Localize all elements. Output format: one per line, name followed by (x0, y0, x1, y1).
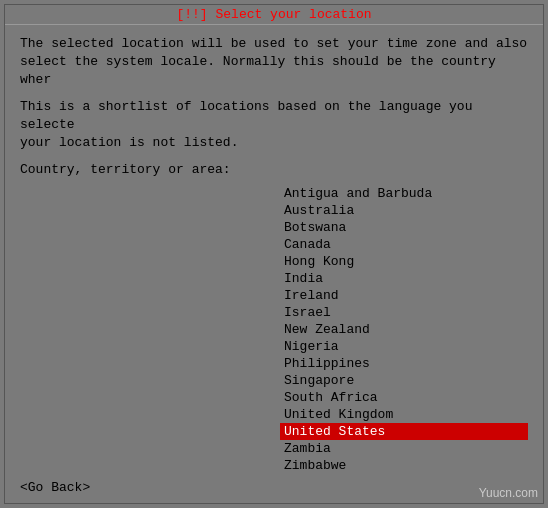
country-item[interactable]: United States (280, 423, 528, 440)
country-item[interactable]: India (280, 270, 528, 287)
footer: <Go Back> (5, 472, 543, 503)
shortlist-line1: This is a shortlist of locations based o… (20, 99, 472, 132)
country-item[interactable]: Canada (280, 236, 528, 253)
main-window: [!!] Select your location The selected l… (4, 4, 544, 504)
country-item[interactable]: Philippines (280, 355, 528, 372)
country-item[interactable]: Nigeria (280, 338, 528, 355)
country-item[interactable]: United Kingdom (280, 406, 528, 423)
shortlist-note: This is a shortlist of locations based o… (20, 98, 528, 153)
country-item[interactable]: Antigua and Barbuda (280, 185, 528, 202)
country-item[interactable]: Hong Kong (280, 253, 528, 270)
country-item[interactable]: South Africa (280, 389, 528, 406)
desc-line2: select the system locale. Normally this … (20, 54, 496, 87)
watermark: Yuucn.com (479, 486, 538, 500)
country-item[interactable]: Zambia (280, 440, 528, 457)
desc-line1: The selected location will be used to se… (20, 36, 527, 51)
country-list: Antigua and BarbudaAustraliaBotswanaCana… (280, 185, 528, 472)
title-text: [!!] Select your location (176, 7, 371, 22)
shortlist-line2: your location is not listed. (20, 135, 238, 150)
prompt-label: Country, territory or area: (20, 162, 528, 177)
go-back-button[interactable]: <Go Back> (20, 480, 90, 495)
title-bar: [!!] Select your location (5, 5, 543, 25)
country-item[interactable]: Israel (280, 304, 528, 321)
country-item[interactable]: Singapore (280, 372, 528, 389)
description: The selected location will be used to se… (20, 35, 528, 90)
content-area: The selected location will be used to se… (5, 25, 543, 472)
country-item[interactable]: New Zealand (280, 321, 528, 338)
country-item[interactable]: Australia (280, 202, 528, 219)
country-item[interactable]: Botswana (280, 219, 528, 236)
country-item[interactable]: Zimbabwe (280, 457, 528, 472)
country-item[interactable]: Ireland (280, 287, 528, 304)
